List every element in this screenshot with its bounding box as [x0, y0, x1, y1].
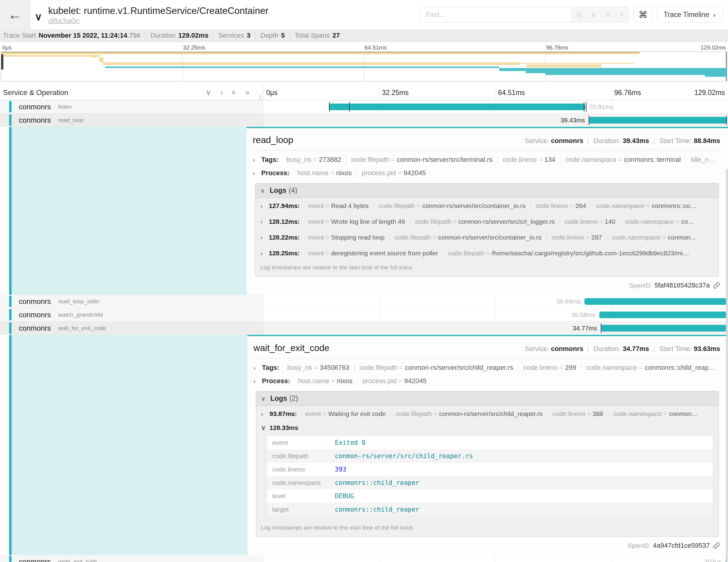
title-group: ∨ kubelet: runtime.v1.RuntimeService/Cre… [32, 3, 268, 26]
log-entry[interactable]: › 93.87ms: event = Waiting for exit code… [256, 406, 719, 422]
depth-label: Depth [260, 32, 278, 39]
log-entry[interactable]: › 128.12ms: event = Wrote log line of le… [255, 214, 719, 230]
back-button[interactable]: ← [0, 0, 30, 29]
find-prev-icon[interactable]: ∧ [591, 11, 597, 18]
detail-left-gutter [0, 127, 247, 295]
service-color-bar [9, 296, 12, 307]
span-name-cell[interactable]: conmonrs watch_grandchild [0, 308, 263, 321]
log-timestamp: 128.22ms: [269, 234, 300, 241]
span-duration-label: 35.58ms [571, 308, 599, 322]
link-icon[interactable] [713, 282, 720, 289]
span-log-tick [586, 102, 587, 112]
service-label: Service: [525, 137, 549, 145]
collapse-all-icon[interactable]: » [230, 90, 238, 95]
top-bar: ← ∨ kubelet: runtime.v1.RuntimeService/C… [0, 0, 728, 29]
collapse-one-icon[interactable]: ∨ [206, 89, 211, 96]
process-row[interactable]: › Process: host.name = nixos process.pid… [253, 169, 720, 177]
minimap-span-bar [499, 68, 727, 71]
logs-count: (4) [289, 186, 297, 195]
minimap-span-bar [520, 63, 635, 64]
span-timeline-cell[interactable]: 34.77ms [263, 322, 728, 335]
span-name-cell[interactable]: conmonrs read_loop [0, 114, 263, 127]
log-fields-table: eventExited 0 code.filepathconmon-rs/ser… [267, 436, 713, 516]
log-entry[interactable]: › 127.94ms: event = Read 4 bytes code.fi… [255, 198, 719, 214]
expand-collapse-controls: ∨ › » » [206, 89, 263, 96]
minimap-canvas[interactable] [1, 52, 727, 81]
service-value: conmonrs [551, 137, 583, 145]
keyboard-shortcuts-button[interactable]: ⌘ [634, 6, 652, 23]
expand-all-icon[interactable]: » [245, 89, 250, 96]
chevron-down-icon: ∨ [713, 12, 716, 18]
span-row-read-loop-stdin[interactable]: conmonrs read_loop_stdin 39.69ms [0, 295, 728, 308]
service-color-bar [9, 556, 12, 562]
span-duration-label: 39.43ms [560, 114, 589, 127]
span-timeline-cell[interactable]: 39.43ms [263, 114, 728, 127]
span-timeline-cell[interactable]: 303μs [263, 555, 728, 562]
vertical-scrollbar[interactable] [726, 169, 728, 562]
service-color-bar [9, 101, 12, 112]
span-timeline-cell[interactable]: 39.69ms [263, 295, 728, 308]
span-timeline-cell[interactable]: 35.58ms [263, 308, 728, 321]
span-bar[interactable] [584, 298, 726, 305]
span-name-cell[interactable]: conmonrs write_exit_path [0, 555, 263, 562]
process-row[interactable]: › Process: host.name = nixos process.pid… [253, 377, 720, 385]
span-row-watch-grandchild[interactable]: conmonrs watch_grandchild 35.58ms [0, 308, 728, 322]
log-entry[interactable]: › 128.25ms: event = deregistering event … [255, 245, 719, 261]
span-row-write-exit-path[interactable]: conmonrs write_exit_path 303μs [0, 555, 728, 562]
minimap-span-bar [103, 62, 520, 65]
minimap-tick-labels: 0μs 32.25ms 64.51ms 96.76ms 129.02ms [1, 44, 727, 52]
find-input[interactable] [420, 7, 571, 22]
view-selector-dropdown[interactable]: Trace Timeline ∨ [657, 6, 723, 23]
span-name-cell[interactable]: conmonrs listen [0, 100, 263, 113]
service-name: conmonrs [19, 116, 51, 124]
span-bar[interactable] [601, 325, 727, 332]
operation-name: wait_for_exit_code [58, 325, 106, 332]
chevron-right-icon: › [253, 377, 258, 385]
focus-target-icon[interactable]: ◎ [576, 11, 582, 18]
logs-label: Logs [270, 186, 286, 195]
logs-box: ∨ Logs (4) › 127.94ms: event = Read 4 by… [255, 183, 719, 277]
span-row-read-loop[interactable]: conmonrs read_loop 39.43ms [0, 114, 728, 127]
span-name-cell[interactable]: conmonrs wait_for_exit_code [0, 322, 263, 335]
find-next-icon[interactable]: ∨ [605, 11, 611, 18]
span-bar[interactable] [589, 117, 727, 124]
logs-header[interactable]: ∨ Logs (2) [256, 391, 719, 406]
span-row-listen[interactable]: conmonrs listen 70.91ms [0, 100, 728, 114]
span-duration-label: 70.91ms [585, 100, 614, 114]
span-log-tick [349, 102, 350, 112]
detail-content: wait_for_exit_code Service:conmonrs | Du… [247, 335, 728, 555]
span-bar[interactable] [329, 104, 585, 110]
span-name-cell[interactable]: conmonrs read_loop_stdin [0, 295, 263, 308]
span-row-wait-for-exit-code[interactable]: conmonrs wait_for_exit_code 34.77ms [0, 322, 728, 335]
operation-name: watch_grandchild [58, 312, 103, 318]
minimap-left-handle[interactable] [1, 52, 3, 70]
minimap-span-bar [526, 64, 601, 67]
span-bar[interactable] [599, 312, 726, 318]
log-entry-expanded-header[interactable]: ∨ 128.33ms [256, 422, 719, 432]
column-resize-grip[interactable]: || [259, 94, 262, 100]
minimap-span-bar [1, 53, 640, 54]
find-clear-icon[interactable]: × [620, 11, 624, 18]
logs-box: ∨ Logs (2) › 93.87ms: event = Waiting fo… [256, 391, 719, 537]
logs-header[interactable]: ∨ Logs (4) [255, 183, 719, 198]
span-timeline-cell[interactable]: 70.91ms [263, 100, 728, 113]
minimap-span-bar [3, 55, 100, 57]
log-entry[interactable]: › 128.22ms: event = Stopping read loop c… [255, 230, 719, 245]
total-spans-value: 27 [332, 32, 340, 39]
span-id-label: SpanID: [628, 542, 651, 549]
trace-start-value: November 15 2022, 11:24:14 [39, 32, 127, 39]
title-collapse-chevron-icon[interactable]: ∨ [32, 11, 45, 23]
tags-row[interactable]: › Tags: busy_ns = 273882 code.filepath =… [253, 156, 720, 164]
minimap-span-bar [546, 73, 727, 75]
tags-row[interactable]: › Tags: busy_ns = 34506763 code.filepath… [253, 364, 720, 372]
chevron-down-icon: ∨ [260, 187, 265, 194]
expand-one-icon[interactable]: › [220, 89, 223, 96]
link-icon[interactable] [713, 542, 720, 549]
tags-label: Tags: [262, 364, 279, 372]
trace-start-item: Trace Start November 15 2022, 11:24:14.7… [3, 32, 145, 39]
trace-minimap: 0μs 32.25ms 64.51ms 96.76ms 129.02ms [0, 42, 728, 85]
selection-highlight [12, 127, 247, 295]
span-id-value: 5faf48165428c37a [655, 281, 710, 289]
selection-highlight [12, 335, 247, 555]
start-time-value: 93.63ms [694, 345, 720, 353]
